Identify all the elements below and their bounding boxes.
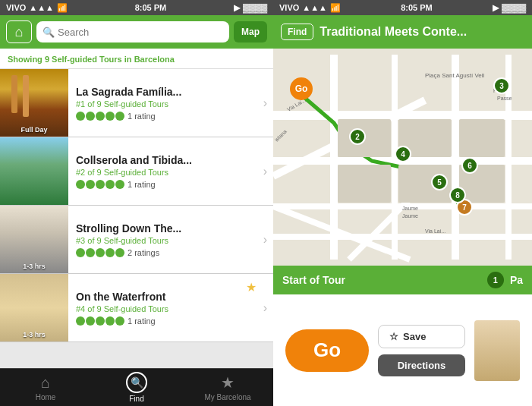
star-2 xyxy=(86,316,95,326)
tour-panel: Start of Tour 1 Pa Go ☆ Save Directions xyxy=(273,266,532,406)
tour-subtitle-1: #1 of 9 Self-guided Tours xyxy=(76,99,266,109)
list-item[interactable]: 1-3 hrs Strolling Down The... #3 of 9 Se… xyxy=(0,206,273,274)
subtitle-bar: Showing 9 Self-guided Tours in Barcelona xyxy=(0,49,273,69)
subtitle-text: Showing 9 Self-guided Tours in Barcelona xyxy=(8,55,175,64)
rating-text-2: 1 rating xyxy=(127,180,156,189)
search-input[interactable] xyxy=(58,27,223,38)
tour-title-1: La Sagrada Família... xyxy=(76,86,266,98)
list-item[interactable]: Collserola and Tibida... #2 of 9 Self-gu… xyxy=(0,137,273,206)
tour-subtitle-3: #3 of 9 Self-guided Tours xyxy=(76,236,266,245)
map-area[interactable]: Plaça Sant Agustí Vell Jaume Jaume Via L… xyxy=(273,49,532,266)
go-marker-label: Go xyxy=(295,83,308,94)
star-1 xyxy=(76,180,85,189)
tour-thumbnail-2 xyxy=(0,137,68,205)
tour-info-3: Strolling Down The... #3 of 9 Self-guide… xyxy=(68,206,273,273)
search-bar[interactable]: 🔍 xyxy=(36,21,229,42)
star-save-icon: ☆ xyxy=(389,331,398,342)
tour-rating-1: 1 rating xyxy=(76,112,266,121)
tour-list: Full Day La Sagrada Família... #1 of 9 S… xyxy=(0,69,273,368)
star-3 xyxy=(96,248,105,257)
tour-thumbnail-4: 1-3 hrs xyxy=(0,274,68,341)
star-2 xyxy=(86,180,95,189)
pa-text: Pa xyxy=(510,274,523,286)
my-barcelona-nav-icon: ★ xyxy=(221,373,235,392)
star-1 xyxy=(76,316,85,326)
status-left-right: VIVO ▲▲▲ 📶 xyxy=(279,3,341,13)
favorite-star-icon: ★ xyxy=(246,280,257,294)
carrier-left: VIVO xyxy=(6,3,26,12)
marker-6: 6 xyxy=(461,157,478,174)
chevron-icon-4: › xyxy=(263,301,267,315)
go-button[interactable]: Go xyxy=(285,329,369,372)
svg-text:Jaume: Jaume xyxy=(402,206,418,211)
star-4 xyxy=(105,112,115,121)
tour-subtitle-4: #4 of 9 Self-guided Tours xyxy=(76,304,266,313)
star-row-2 xyxy=(76,180,124,189)
app-header-left: ⌂ 🔍 Map xyxy=(0,15,273,49)
home-nav-label: Home xyxy=(36,393,56,401)
tour-title-2: Collserola and Tibida... xyxy=(76,154,266,166)
step-badge: 1 xyxy=(487,272,504,288)
tour-panel-header: Start of Tour 1 Pa xyxy=(273,266,532,294)
time-right: 8:05 PM xyxy=(401,3,433,12)
tour-thumbnail-3: 1-3 hrs xyxy=(0,206,68,273)
chevron-icon-2: › xyxy=(263,165,267,178)
right-panel: VIVO ▲▲▲ 📶 8:05 PM ▶ ▓▓▓▓ Find Tradition… xyxy=(273,0,532,406)
star-3 xyxy=(96,112,105,121)
location-icon-right: ▶ xyxy=(493,3,499,13)
star-row-4 xyxy=(76,316,124,326)
nav-item-my-barcelona[interactable]: ★ My Barcelona xyxy=(182,369,273,406)
marker-3: 3 xyxy=(493,77,510,94)
chevron-icon-3: › xyxy=(263,233,267,247)
find-icon-circle: 🔍 xyxy=(126,372,147,393)
home-button[interactable]: ⌂ xyxy=(6,20,32,43)
battery-icon: ▓▓▓▓ xyxy=(243,3,267,12)
svg-text:Passe: Passe xyxy=(497,96,512,101)
tour-info-1: La Sagrada Família... #1 of 9 Self-guide… xyxy=(68,69,273,137)
tour-thumbnail-1: Full Day xyxy=(0,69,68,137)
star-4 xyxy=(105,248,115,257)
tour-rating-4: 1 rating xyxy=(76,316,266,326)
home-nav-icon: ⌂ xyxy=(41,374,50,392)
nav-item-find[interactable]: 🔍 Find xyxy=(91,369,182,406)
chevron-icon-1: › xyxy=(263,96,267,110)
directions-button[interactable]: Directions xyxy=(378,354,465,376)
signal-icon: ▲▲▲ xyxy=(29,3,54,12)
tour-panel-thumbnail xyxy=(474,320,520,381)
save-button[interactable]: ☆ Save xyxy=(378,325,465,348)
right-panel-title: Traditional Meets Conte... xyxy=(320,25,524,39)
tour-title-3: Strolling Down The... xyxy=(76,222,266,234)
status-right: ▶ ▓▓▓▓ xyxy=(234,3,267,13)
marker-4: 4 xyxy=(395,146,411,162)
bottom-nav: ⌂ Home 🔍 Find ★ My Barcelona xyxy=(0,368,273,406)
star-4 xyxy=(105,316,115,326)
wifi-icon-right: 📶 xyxy=(330,3,341,13)
find-button[interactable]: Find xyxy=(281,24,313,40)
time-left: 8:05 PM xyxy=(135,3,167,12)
tour-info-4: ★ On the Waterfront #4 of 9 Self-guided … xyxy=(68,274,273,341)
thumb-label-3: 1-3 hrs xyxy=(0,263,68,270)
marker-8: 8 xyxy=(449,187,466,203)
thumb-label-4: 1-3 hrs xyxy=(0,331,68,338)
list-item[interactable]: Full Day La Sagrada Família... #1 of 9 S… xyxy=(0,69,273,137)
list-item[interactable]: 1-3 hrs ★ On the Waterfront #4 of 9 Self… xyxy=(0,274,273,342)
tour-rating-2: 1 rating xyxy=(76,180,266,189)
svg-rect-16 xyxy=(459,119,505,157)
action-buttons: ☆ Save Directions xyxy=(378,325,465,376)
status-left: VIVO ▲▲▲ 📶 xyxy=(6,3,68,13)
signal-icon-right: ▲▲▲ xyxy=(302,3,327,12)
nav-item-home[interactable]: ⌂ Home xyxy=(0,369,91,406)
tour-panel-body: Go ☆ Save Directions xyxy=(273,294,532,406)
star-row-1 xyxy=(76,112,124,121)
tour-rating-3: 2 ratings xyxy=(76,248,266,257)
svg-text:Via Lai...: Via Lai... xyxy=(425,228,445,234)
star-1 xyxy=(76,112,85,121)
rating-text-4: 1 rating xyxy=(127,316,156,326)
location-icon: ▶ xyxy=(234,3,240,13)
star-3 xyxy=(96,180,105,189)
star-2 xyxy=(86,112,95,121)
map-button[interactable]: Map xyxy=(234,21,267,42)
step-num: 1 xyxy=(493,275,498,285)
find-nav-icon: 🔍 xyxy=(131,376,143,389)
marker-2: 2 xyxy=(349,128,366,145)
